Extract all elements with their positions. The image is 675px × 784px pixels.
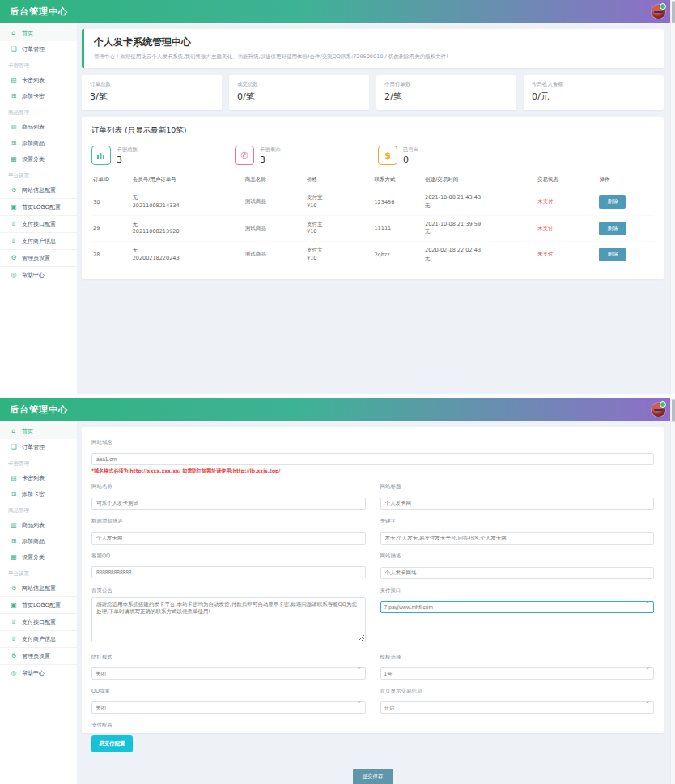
sidebar-item-label: 商品列表 (22, 123, 45, 131)
anti-red-label: 防红模式 (91, 654, 366, 661)
sidebar-item-goods-add[interactable]: ⊞ 添加商品 (0, 533, 77, 549)
price: ¥10 (307, 228, 371, 236)
sidebar-item-admin-settings[interactable]: ⚙ 管理员设置 (0, 647, 77, 664)
logo-config-icon: ▣ (10, 204, 18, 210)
sidebar-item-help[interactable]: ◎ 帮助中心 (0, 664, 77, 681)
sidebar-item-goods-list[interactable]: ▥ 商品列表 (0, 119, 77, 135)
mini-stat-label: 卡密剩余 (260, 146, 281, 154)
keywords-label: 关键字 (380, 518, 655, 525)
scrollbar-thumb[interactable] (672, 399, 675, 422)
sidebar-item-label: 管理员设置 (22, 652, 50, 660)
gear-icon: ⚙ (10, 653, 18, 659)
sidebar-item-card-add[interactable]: ⊞ 添加卡密 (0, 486, 77, 502)
sidebar-item-site-config[interactable]: ⊙ 网站信息配置 (0, 580, 77, 596)
qq-popup-select[interactable]: 关闭 (91, 701, 366, 714)
phone-icon: ✆ (235, 146, 254, 165)
cell-contact: 123456 (372, 189, 423, 216)
delete-button[interactable]: 删除 (599, 248, 626, 261)
scrollbar[interactable] (670, 398, 675, 784)
sidebar-item-card-list[interactable]: ▤ 卡密列表 (0, 470, 77, 486)
submit-button[interactable]: 提交保存 (353, 769, 393, 784)
show-trade-select-wrap: 开启 (380, 697, 655, 714)
keywords-input[interactable] (380, 532, 655, 545)
pay-api-select[interactable]: 7-pay(www.mhfi.com (380, 601, 655, 613)
user-avatar[interactable] (652, 5, 665, 19)
sidebar-item-label: 商品列表 (22, 521, 45, 529)
sidebar-item-logo-config[interactable]: ▣ 首页LOGO配置 (0, 198, 77, 215)
sidebar-item-label: 卡密列表 (22, 76, 45, 84)
order-list-title: 订单列表 (只显示最新10笔) (91, 125, 654, 136)
sidebar-item-orders[interactable]: ❏ 订单管理 (0, 439, 77, 456)
site-name-input[interactable] (91, 498, 366, 510)
site-desc-input[interactable] (380, 567, 655, 579)
site-config-icon: ⊙ (10, 187, 18, 193)
cell-price: 支付宝¥10 (305, 215, 372, 242)
site-name-label: 网站名称 (91, 483, 366, 490)
sidebar-item-card-list[interactable]: ▤ 卡密列表 (0, 72, 77, 88)
template-select[interactable]: 1号 (380, 667, 655, 680)
cell-time: 2021-10-08 21:39:59无 (423, 215, 536, 242)
dashboard-window: 后台管理中心 ⌂ 首页 ❏ 订单管理 卡密管理 ▤ 卡密列表 ⊞ 添加卡密 商品… (0, 0, 675, 394)
card-add-icon: ⊞ (10, 93, 18, 100)
user-avatar[interactable] (652, 403, 665, 417)
sidebar-item-pay-api[interactable]: ♕ 支付接口配置 (0, 215, 77, 232)
notice-textarea[interactable]: 感谢您选用本系统搭建的发卡平台,本站卡密均为自动发货,付款后即可自动显示卡密,如… (91, 597, 366, 642)
sidebar-item-category[interactable]: ▦ 设置分类 (0, 549, 77, 566)
sidebar-section-platform: 平台设置 (0, 566, 77, 580)
bar-chart-icon (91, 146, 111, 165)
sidebar-section-goods: 商品管理 (0, 502, 77, 517)
sidebar-item-goods-list[interactable]: ▥ 商品列表 (0, 517, 77, 533)
domain-input[interactable] (91, 453, 654, 465)
sidebar-item-pay-api[interactable]: ♕ 支付接口配置 (0, 613, 77, 630)
top-header-bar: 后台管理中心 (0, 398, 675, 421)
sidebar-item-card-add[interactable]: ⊞ 添加卡密 (0, 88, 77, 104)
sidebar-item-goods-add[interactable]: ⊞ 添加商品 (0, 135, 77, 151)
sidebar-item-logo-config[interactable]: ▣ 首页LOGO配置 (0, 596, 77, 613)
sidebar-item-category[interactable]: ▦ 设置分类 (0, 151, 77, 167)
sidebar-item-pay-merchant[interactable]: ♕ 支付商户信息 (0, 232, 77, 249)
sidebar-item-label: 网站信息配置 (22, 584, 56, 592)
goods-add-icon: ⊞ (10, 538, 18, 545)
col-status: 交易状态 (536, 172, 597, 189)
pay-config-button[interactable]: 易支付配置 (91, 735, 133, 752)
sidebar-item-orders[interactable]: ❏ 订单管理 (0, 41, 77, 57)
cell-price: 支付宝¥10 (305, 242, 372, 268)
help-icon: ◎ (10, 670, 18, 676)
app-title: 后台管理中心 (10, 404, 68, 416)
scrollbar-thumb[interactable] (672, 1, 675, 23)
sidebar-item-home[interactable]: ⌂ 首页 (0, 423, 77, 439)
delete-button[interactable]: 删除 (599, 222, 626, 235)
member-no: 无 (133, 247, 242, 255)
settings-window: 后台管理中心 ⌂ 首页 ❏ 订单管理 卡密管理 ▤ 卡密列表 ⊞ 添加卡密 商品… (0, 398, 675, 784)
delete-button[interactable]: 删除 (599, 195, 626, 209)
domain-label: 网站域名 (91, 439, 654, 447)
sidebar-item-site-config[interactable]: ⊙ 网站信息配置 (0, 182, 77, 198)
stat-card-deals: 成交总数 0/笔 (229, 75, 369, 110)
sidebar-item-label: 支付商户信息 (22, 635, 56, 643)
cell-member-orderno: 无20200218220243 (131, 242, 244, 268)
sidebar-item-label: 帮助中心 (22, 669, 45, 677)
col-action: 操作 (597, 172, 654, 189)
sidebar-item-admin-settings[interactable]: ⚙ 管理员设置 (0, 249, 77, 266)
goods-list-icon: ▥ (10, 124, 18, 130)
show-trade-select[interactable]: 开启 (380, 701, 655, 714)
sidebar-item-label: 支付接口配置 (22, 220, 56, 228)
col-member-orderno: 会员号/用户订单号 (131, 172, 244, 189)
help-icon: ◎ (10, 272, 18, 278)
anti-red-select[interactable]: 关闭 (91, 667, 366, 680)
app-title: 后台管理中心 (10, 6, 68, 18)
pay-type: 支付宝 (307, 194, 371, 202)
home-icon: ⌂ (10, 428, 18, 434)
sidebar-item-help[interactable]: ◎ 帮助中心 (0, 266, 77, 283)
scrollbar[interactable] (670, 0, 675, 394)
site-title-input[interactable] (380, 498, 655, 510)
sidebar-item-pay-merchant[interactable]: ♕ 支付商户信息 (0, 630, 77, 647)
pay-type: 支付宝 (307, 221, 371, 229)
sidebar-item-label: 首页LOGO配置 (22, 203, 61, 211)
short-desc-input[interactable] (91, 532, 366, 545)
qq-input[interactable] (91, 566, 366, 578)
category-icon: ▦ (10, 554, 18, 561)
sidebar-item-label: 首页 (22, 427, 33, 435)
sidebar-item-home[interactable]: ⌂ 首页 (0, 25, 77, 41)
table-row: 29 无20211008213920 测试商品 支付宝¥10 11111 202… (91, 215, 654, 242)
